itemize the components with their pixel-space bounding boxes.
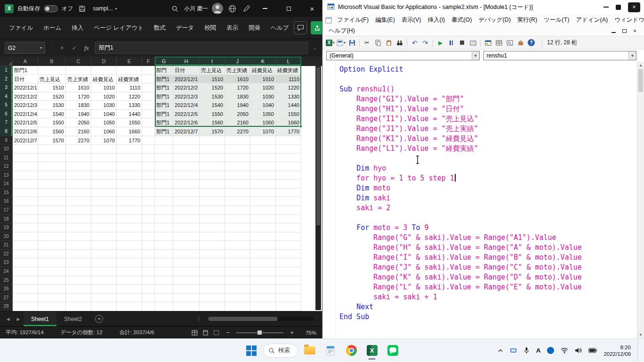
close-button[interactable]: ×: [302, 0, 322, 17]
vba-toolbar-toolbox-button[interactable]: [515, 38, 525, 48]
vba-toolbar-cut-button[interactable]: ✂: [362, 38, 372, 48]
vba-toolbar-design-mode-button[interactable]: [468, 38, 478, 48]
cell-I15[interactable]: [200, 189, 225, 197]
cell-J28[interactable]: [225, 302, 250, 311]
user-name[interactable]: 小川 慶一: [184, 5, 208, 13]
row-header-14[interactable]: 14: [0, 180, 13, 189]
cell-F19[interactable]: [142, 223, 155, 232]
row-header-7[interactable]: 7: [0, 118, 13, 127]
vba-toolbar-copy-button[interactable]: [373, 38, 383, 48]
row-header-22[interactable]: 22: [0, 250, 13, 259]
cell-F20[interactable]: [142, 232, 155, 241]
cell-F1[interactable]: [142, 66, 155, 75]
cell-D10[interactable]: [91, 145, 117, 154]
taskbar-search[interactable]: 検索: [263, 344, 298, 358]
cell-L23[interactable]: [276, 258, 301, 267]
cell-A28[interactable]: [13, 302, 38, 311]
cell-J8[interactable]: 2270: [225, 127, 250, 136]
code-pane[interactable]: Option ExplicitSub renshu1() Range("G1")…: [322, 62, 644, 338]
cell-K4[interactable]: 1030: [250, 92, 276, 101]
cell-B26[interactable]: [38, 285, 66, 294]
vba-toolbar-paste-button[interactable]: [384, 38, 394, 48]
cell-K6[interactable]: 1050: [250, 110, 276, 119]
row-header-21[interactable]: 21: [0, 241, 13, 250]
cell-J23[interactable]: [225, 258, 250, 267]
vba-toolbar-undo-button[interactable]: ↶: [410, 38, 419, 48]
volume-icon[interactable]: [575, 347, 582, 354]
vba-menu-run[interactable]: 実行(R): [514, 15, 540, 25]
cell-E20[interactable]: [117, 232, 142, 241]
cell-H15[interactable]: [173, 189, 200, 197]
cell-B18[interactable]: [38, 215, 66, 224]
cell-G25[interactable]: [155, 276, 173, 285]
vba-toolbar-insert-object-button[interactable]: ▾: [336, 38, 346, 48]
restore-button[interactable]: [616, 5, 621, 10]
cell-L3[interactable]: 1220: [276, 83, 301, 92]
cell-E10[interactable]: [117, 145, 142, 154]
cell-K5[interactable]: 1040: [250, 101, 276, 110]
row-header-17[interactable]: 17: [0, 206, 13, 215]
row-header-25[interactable]: 25: [0, 276, 13, 285]
cell-C1[interactable]: [66, 66, 91, 75]
system-blue-circle-icon[interactable]: [547, 347, 554, 354]
cell-C20[interactable]: [66, 232, 91, 241]
cell-C25[interactable]: [66, 276, 91, 285]
cell-H18[interactable]: [173, 215, 200, 224]
cell-I11[interactable]: [200, 154, 225, 163]
cell-H7[interactable]: 2022/12/6: [173, 118, 200, 127]
cell-E8[interactable]: 1660: [117, 127, 142, 136]
cell-D13[interactable]: [91, 171, 117, 180]
row-header-3[interactable]: 3: [0, 83, 13, 92]
cell-C15[interactable]: [66, 189, 91, 197]
cell-D22[interactable]: [91, 250, 117, 259]
cell-A18[interactable]: [13, 215, 38, 224]
cell-B19[interactable]: [38, 223, 66, 232]
cell-H2[interactable]: 2022/12/1: [173, 75, 200, 84]
globe-icon[interactable]: [227, 3, 237, 14]
cell-H13[interactable]: [173, 171, 200, 180]
cell-E15[interactable]: [117, 189, 142, 197]
cell-A25[interactable]: [13, 276, 38, 285]
cell-G12[interactable]: [155, 162, 173, 171]
minimize-button[interactable]: [604, 7, 609, 8]
cell-F28[interactable]: [142, 302, 155, 311]
col-header-E[interactable]: E: [117, 57, 142, 66]
cell-B28[interactable]: [38, 302, 66, 311]
cell-H19[interactable]: [173, 223, 200, 232]
cell-A13[interactable]: [13, 171, 38, 180]
vertical-scrollbar[interactable]: [315, 66, 321, 310]
cell-C9[interactable]: 2270: [66, 136, 91, 145]
cell-K11[interactable]: [250, 154, 276, 163]
cell-H11[interactable]: [173, 154, 200, 163]
maximize-button[interactable]: [279, 0, 298, 17]
cell-L10[interactable]: [276, 145, 301, 154]
cell-I27[interactable]: [200, 294, 225, 303]
row-header-16[interactable]: 16: [0, 197, 13, 206]
cell-J7[interactable]: 2160: [225, 118, 250, 127]
cell-D3[interactable]: 1010: [91, 83, 117, 92]
col-header-K[interactable]: K: [250, 57, 276, 66]
cell-H21[interactable]: [173, 241, 200, 250]
cell-B1[interactable]: [38, 66, 66, 75]
cell-J24[interactable]: [225, 267, 250, 276]
cell-E2[interactable]: 経費実績: [117, 75, 142, 84]
cell-L27[interactable]: [276, 294, 301, 303]
cell-E5[interactable]: 1330: [117, 101, 142, 110]
cell-H14[interactable]: [173, 180, 200, 189]
cell-L6[interactable]: 1550: [276, 110, 301, 119]
cell-D4[interactable]: 1020: [91, 92, 117, 101]
vba-toolbar-redo-button[interactable]: ↷: [420, 38, 430, 48]
cell-K15[interactable]: [250, 189, 276, 197]
cell-D25[interactable]: [91, 276, 117, 285]
cell-K18[interactable]: [250, 215, 276, 224]
cell-I22[interactable]: [200, 250, 225, 259]
cell-L4[interactable]: 1330: [276, 92, 301, 101]
code-vertical-scrollbar[interactable]: ▲ ▼: [637, 62, 644, 338]
cell-J6[interactable]: 2050: [225, 110, 250, 119]
vba-menu-debug[interactable]: デバッグ(D): [475, 15, 514, 25]
cell-A16[interactable]: [13, 197, 38, 206]
cell-J14[interactable]: [225, 180, 250, 189]
cell-H25[interactable]: [173, 276, 200, 285]
cell-B11[interactable]: [38, 154, 66, 163]
cell-D8[interactable]: 1060: [91, 127, 117, 136]
